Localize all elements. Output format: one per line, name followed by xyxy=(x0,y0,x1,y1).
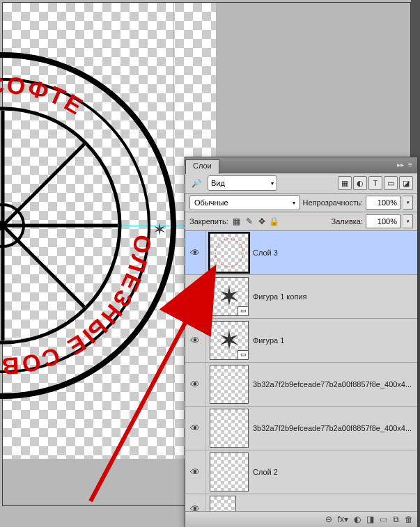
app-stage: ШИЙ САЙТ О СОФТЕ ОЛЕЗНЫЕ СОВЕТЫ ✶ Слои ▸… xyxy=(0,0,420,527)
panel-flyout-icon[interactable]: ▸▸ xyxy=(396,162,405,168)
shape-badge-icon: ▭ xyxy=(238,306,249,316)
chevron-down-icon: ▾ xyxy=(293,200,295,206)
panel-action-icon[interactable]: ⊖ xyxy=(325,514,332,524)
tab-layers[interactable]: Слои xyxy=(185,159,219,174)
layer-name-label[interactable]: 3b32a7f2b9efceade77b2a00f8857f8e_400x4..… xyxy=(253,380,417,388)
filter-row: 🔎 Вид ▾ ▦◐T▭◪ xyxy=(185,173,417,194)
shape-badge-icon: ▭ xyxy=(238,350,249,360)
svg-text:ОЛЕЗНЫЕ СОВЕТЫ: ОЛЕЗНЫЕ СОВЕТЫ xyxy=(0,233,157,379)
layer-thumbnail[interactable]: ✶▭ xyxy=(210,277,249,316)
filter-kind-label: Вид xyxy=(211,179,225,187)
fill-input[interactable]: 100% xyxy=(366,214,400,228)
layer-thumbnail[interactable] xyxy=(210,233,249,272)
lock-option-icon[interactable]: 🔒 xyxy=(269,216,280,227)
panel-menu-icon[interactable]: ≡ xyxy=(406,162,414,168)
lock-option-icon[interactable]: ▦ xyxy=(231,216,242,227)
blend-mode-select[interactable]: Обычные ▾ xyxy=(189,195,300,210)
lock-label: Закрепить: xyxy=(189,217,228,226)
layer-thumbnail[interactable]: ✶▭ xyxy=(210,321,249,360)
fill-stepper[interactable]: ▾ xyxy=(403,214,413,228)
svg-point-10 xyxy=(215,239,243,267)
filter-kind-select[interactable]: Вид ▾ xyxy=(208,175,277,191)
filter-type-icon[interactable]: ◪ xyxy=(399,176,413,190)
artwork-wheel: ШИЙ САЙТ О СОФТЕ ОЛЕЗНЫЕ СОВЕТЫ xyxy=(0,52,177,400)
fill-label: Заливка: xyxy=(332,217,363,226)
filter-type-icon[interactable]: T xyxy=(368,176,382,190)
visibility-toggle[interactable]: 👁 xyxy=(185,494,205,511)
curved-text-top: ШИЙ САЙТ О СОФТЕ xyxy=(0,72,89,218)
visibility-toggle[interactable]: 👁 xyxy=(185,231,205,274)
panel-action-icon[interactable]: 🗑 xyxy=(405,514,413,524)
filter-type-icon[interactable]: ▭ xyxy=(384,176,398,190)
lock-fill-row: Закрепить: ▦✎✥🔒 Заливка: 100% ▾ xyxy=(185,212,417,231)
layer-name-label[interactable]: Слой 2 xyxy=(253,468,417,476)
opacity-input[interactable]: 100% xyxy=(366,196,400,210)
panel-action-icon[interactable]: ▭ xyxy=(380,514,387,524)
opacity-stepper[interactable]: ▾ xyxy=(403,196,413,210)
layer-row[interactable]: 👁3b32a7f2b9efceade77b2a00f8857f8e_400x4.… xyxy=(185,407,417,450)
visibility-toggle[interactable]: 👁 xyxy=(185,363,205,406)
layers-panel: Слои ▸▸ ≡ 🔎 Вид ▾ ▦◐T▭◪ Обычные ▾ Непроз… xyxy=(185,157,418,527)
layer-thumbnail[interactable] xyxy=(210,453,249,491)
svg-text:ШИЙ САЙТ О СОФТЕ: ШИЙ САЙТ О СОФТЕ xyxy=(0,72,89,218)
blend-opacity-row: Обычные ▾ Непрозрачность: 100% ▾ xyxy=(185,194,417,212)
layer-name-label[interactable]: Фигура 1 копия xyxy=(253,292,417,301)
layer-name-label[interactable]: 3b32a7f2b9efceade77b2a00f8857f8e_400x4..… xyxy=(253,424,417,432)
layer-row[interactable]: 👁Слой 2 xyxy=(185,450,417,494)
lock-option-icon[interactable]: ✎ xyxy=(244,216,255,227)
blend-mode-value: Обычные xyxy=(194,198,228,207)
star-glyph: ✶ xyxy=(153,220,166,239)
visibility-toggle[interactable]: 👁 xyxy=(185,407,205,450)
chevron-down-icon: ▾ xyxy=(271,180,274,187)
visibility-toggle[interactable]: 👁 xyxy=(185,450,205,494)
filter-type-icon[interactable]: ▦ xyxy=(338,176,352,190)
layer-row[interactable]: 👁3b32a7f2b9efceade77b2a00f8857f8e_400x4.… xyxy=(185,363,417,407)
layer-thumbnail[interactable] xyxy=(210,365,249,404)
layer-row[interactable]: 👁✶▭Фигура 1 xyxy=(185,319,417,363)
visibility-toggle[interactable]: 👁 xyxy=(185,319,205,362)
lock-option-icon[interactable]: ✥ xyxy=(256,216,267,227)
layer-thumbnail[interactable] xyxy=(210,496,236,511)
visibility-toggle[interactable]: 👁 xyxy=(185,275,205,318)
layer-thumbnail[interactable] xyxy=(210,409,249,448)
filter-type-icon[interactable]: ◐ xyxy=(353,176,367,190)
curved-text-bottom: ОЛЕЗНЫЕ СОВЕТЫ xyxy=(0,233,157,379)
opacity-label: Непрозрачность: xyxy=(303,198,363,207)
panel-action-icon[interactable]: ◐ xyxy=(354,514,361,524)
search-icon[interactable]: 🔎 xyxy=(189,176,203,190)
panel-action-icon[interactable]: fx▾ xyxy=(338,514,348,524)
layer-name-label[interactable]: Слой 3 xyxy=(253,249,417,257)
layer-row[interactable]: 👁✶▭Фигура 1 копия xyxy=(185,275,417,319)
panel-bottom-bar: ⊖fx▾◐◨▭⧉🗑 xyxy=(185,511,417,527)
layer-list[interactable]: 👁Слой 3👁✶▭Фигура 1 копия👁✶▭Фигура 1👁3b32… xyxy=(185,231,417,511)
layer-row[interactable]: 👁Слой 3 xyxy=(185,231,417,275)
layer-name-label[interactable]: Фигура 1 xyxy=(253,336,417,345)
panel-tabbar: Слои ▸▸ ≡ xyxy=(185,157,417,173)
panel-action-icon[interactable]: ◨ xyxy=(366,514,374,524)
panel-action-icon[interactable]: ⧉ xyxy=(393,514,399,524)
